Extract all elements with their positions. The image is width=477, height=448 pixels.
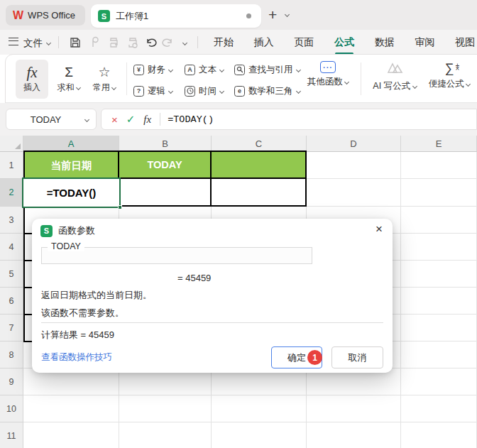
- row-header-1[interactable]: 1: [0, 152, 23, 179]
- quick-formula-button[interactable]: ∑+× 便捷公式: [424, 61, 474, 90]
- row-header-4[interactable]: 4: [0, 234, 23, 261]
- lookup-reference-button[interactable]: 查找与引用: [234, 62, 300, 77]
- text-functions-button[interactable]: A 文本: [185, 62, 224, 77]
- divider: [41, 322, 383, 323]
- row-header-2[interactable]: 2: [0, 179, 23, 207]
- row-header-8[interactable]: 8: [0, 342, 23, 368]
- tab-list-chevron-icon[interactable]: [285, 12, 290, 17]
- cell-E9[interactable]: [401, 368, 477, 395]
- chevron-down-icon: [219, 88, 224, 93]
- name-box[interactable]: TODAY: [6, 109, 97, 130]
- cell-A1[interactable]: 当前日期: [23, 151, 119, 179]
- column-header-A[interactable]: A: [23, 136, 119, 152]
- cell-E8[interactable]: [401, 342, 477, 368]
- print-preview-icon[interactable]: [126, 36, 139, 49]
- tab-home[interactable]: 开始: [213, 33, 234, 52]
- insert-function-icon[interactable]: fx: [143, 114, 151, 126]
- financial-functions-button[interactable]: ¥ 财务: [133, 62, 172, 77]
- column-header-E[interactable]: E: [401, 136, 477, 152]
- divider: [126, 62, 127, 95]
- cell-D11[interactable]: [307, 422, 401, 448]
- cell-E6[interactable]: [401, 288, 477, 315]
- cancel-button[interactable]: 取消: [331, 346, 383, 368]
- save-icon[interactable]: [69, 36, 82, 49]
- function-tips-link[interactable]: 查看函数操作技巧: [41, 351, 112, 364]
- cell-D1[interactable]: [307, 152, 401, 179]
- cell-E2[interactable]: [401, 179, 477, 207]
- select-all-corner[interactable]: [0, 136, 23, 152]
- calculation-result: 计算结果 = 45459: [41, 329, 114, 342]
- insert-function-button[interactable]: fx 插入: [16, 60, 48, 99]
- wps-home-button[interactable]: W WPS Office: [6, 5, 85, 26]
- tab-view[interactable]: 视图: [454, 33, 476, 52]
- row-header-10[interactable]: 10: [0, 395, 23, 422]
- row-header-11[interactable]: 11: [0, 422, 23, 448]
- confirm-entry-icon[interactable]: ✓: [126, 113, 136, 126]
- no-arguments-note: 该函数不需要参数。: [41, 307, 124, 319]
- chevron-down-icon: [466, 82, 471, 87]
- cell-E11[interactable]: [401, 422, 477, 448]
- formula-input-area[interactable]: × ✓ fx =TODAY(): [101, 109, 477, 130]
- row-header-5[interactable]: 5: [0, 261, 23, 288]
- cancel-entry-icon[interactable]: ×: [111, 114, 118, 126]
- cell-E5[interactable]: [401, 261, 477, 288]
- cell-D10[interactable]: [307, 395, 401, 422]
- cell-B11[interactable]: [119, 422, 212, 448]
- qat-more-chevron-icon[interactable]: [182, 40, 187, 45]
- datetime-functions-button[interactable]: 时间: [185, 84, 224, 98]
- row-header-9[interactable]: 9: [0, 368, 23, 395]
- cell-A10[interactable]: [23, 395, 119, 422]
- column-header-B[interactable]: B: [119, 136, 212, 152]
- name-box-value: TODAY: [6, 114, 85, 125]
- export-pdf-icon[interactable]: [88, 36, 101, 49]
- hamburger-menu-icon[interactable]: [9, 38, 18, 45]
- tab-insert[interactable]: 插入: [253, 33, 275, 52]
- divider: [160, 113, 160, 126]
- common-functions-button[interactable]: ☆ 常用: [88, 60, 121, 99]
- cell-D2[interactable]: [307, 179, 401, 207]
- tab-review[interactable]: 审阅: [414, 33, 435, 52]
- sigma-plus-icon: ∑+×: [445, 61, 454, 75]
- print-icon[interactable]: [107, 36, 120, 49]
- logical-functions-button[interactable]: ? 逻辑: [133, 84, 172, 98]
- document-tab[interactable]: S 工作簿1: [91, 4, 261, 28]
- cell-E10[interactable]: [401, 395, 477, 422]
- column-header-D[interactable]: D: [307, 136, 401, 152]
- chevron-down-icon: [412, 84, 417, 89]
- cell-B10[interactable]: [119, 395, 212, 422]
- cell-E7[interactable]: [401, 315, 477, 342]
- row-header-6[interactable]: 6: [0, 288, 23, 315]
- formula-text[interactable]: =TODAY(): [168, 114, 214, 125]
- cell-C11[interactable]: [212, 422, 307, 448]
- name-box-chevron-icon[interactable]: [84, 116, 89, 121]
- tab-formulas[interactable]: 公式: [334, 33, 355, 52]
- file-menu-chevron-icon[interactable]: [46, 40, 51, 45]
- cell-E4[interactable]: [401, 234, 477, 261]
- cell-B2[interactable]: [119, 179, 212, 207]
- new-tab-button[interactable]: +: [268, 6, 277, 23]
- file-menu[interactable]: 文件: [23, 37, 43, 50]
- row-header-3[interactable]: 3: [0, 207, 23, 234]
- chevron-down-icon: [219, 67, 224, 72]
- fill-handle[interactable]: [118, 205, 122, 209]
- other-functions-button[interactable]: ··· 其他函数: [302, 61, 353, 88]
- column-header-C[interactable]: C: [212, 136, 307, 152]
- cell-A2-selected[interactable]: =TODAY(): [22, 177, 121, 208]
- cell-E1[interactable]: [401, 152, 477, 179]
- cell-C1[interactable]: [212, 151, 307, 179]
- math-trig-button[interactable]: e 数学和三角: [234, 84, 300, 98]
- undo-icon[interactable]: [144, 36, 157, 49]
- tab-page[interactable]: 页面: [293, 33, 314, 52]
- euler-icon: e: [234, 86, 245, 97]
- row-header-7[interactable]: 7: [0, 315, 23, 342]
- redo-icon[interactable]: [162, 36, 175, 49]
- cell-A11[interactable]: [23, 422, 119, 448]
- tab-data[interactable]: 数据: [374, 33, 395, 52]
- autosum-button[interactable]: Σ 求和: [53, 60, 85, 99]
- cell-C2[interactable]: [212, 179, 307, 207]
- cell-E3[interactable]: [401, 207, 477, 234]
- ai-formula-button[interactable]: AI 写公式: [368, 61, 422, 92]
- cell-B1[interactable]: TODAY: [119, 151, 212, 179]
- dialog-close-icon[interactable]: ×: [375, 223, 383, 236]
- cell-C10[interactable]: [212, 395, 307, 422]
